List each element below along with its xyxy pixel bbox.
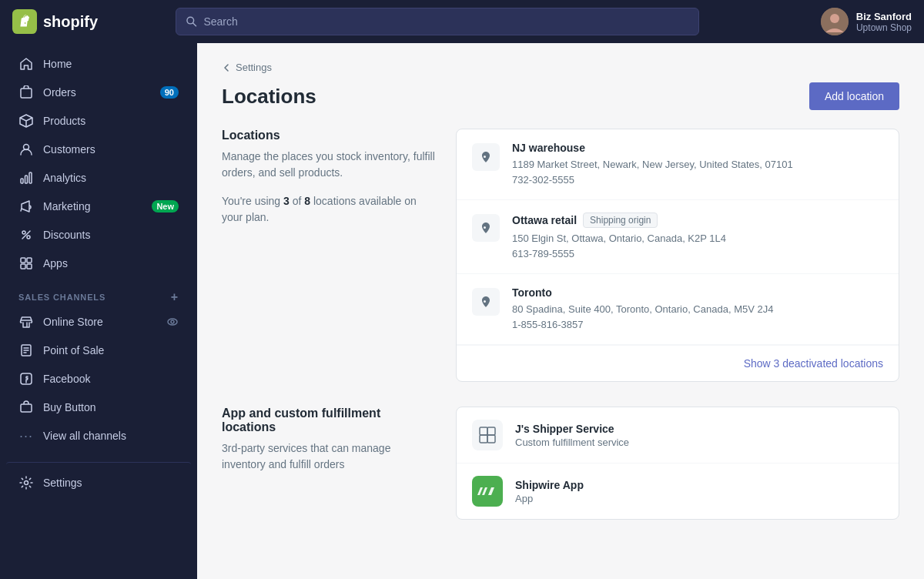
app-subtitle: App bbox=[515, 493, 584, 504]
sidebar-item-label: Buy Button bbox=[43, 401, 179, 413]
location-name: Ottawa retail bbox=[512, 214, 577, 226]
apps-icon bbox=[18, 256, 34, 271]
search-input[interactable] bbox=[203, 15, 689, 28]
analytics-icon bbox=[18, 170, 34, 186]
sales-channels-label: SALES CHANNELS + bbox=[0, 278, 197, 307]
app-subtitle: Custom fulfillment service bbox=[515, 437, 629, 448]
add-channel-icon[interactable]: + bbox=[171, 290, 179, 304]
topnav: shopify Biz Sanford Uptown Shop bbox=[0, 0, 924, 43]
sidebar-item-analytics[interactable]: Analytics bbox=[6, 164, 191, 192]
location-item-ottawa-retail[interactable]: Ottawa retail Shipping origin 150 Elgin … bbox=[457, 200, 899, 274]
ellipsis-icon: ··· bbox=[18, 428, 34, 443]
marketing-new-badge: New bbox=[152, 200, 179, 213]
svg-rect-8 bbox=[29, 172, 32, 183]
app-name: Shipwire App bbox=[515, 479, 584, 491]
user-menu[interactable]: Biz Sanford Uptown Shop bbox=[821, 8, 912, 35]
app-fulfillment-card: J's Shipper Service Custom fulfillment s… bbox=[456, 407, 899, 520]
orders-icon bbox=[18, 85, 34, 100]
sidebar-item-home[interactable]: Home bbox=[6, 50, 191, 78]
location-name: Toronto bbox=[512, 286, 552, 299]
locations-section-title: Locations bbox=[222, 129, 437, 142]
sidebar-item-label: Home bbox=[43, 58, 179, 70]
sidebar-item-view-all-channels[interactable]: ··· View all channels bbox=[6, 422, 191, 450]
app-icon-custom bbox=[472, 420, 503, 450]
sidebar-item-customers[interactable]: Customers bbox=[6, 136, 191, 163]
svg-rect-21 bbox=[480, 427, 487, 435]
discounts-icon bbox=[18, 227, 34, 243]
location-details: Toronto 80 Spadina, Suite 400, Toronto, … bbox=[512, 286, 883, 332]
svg-point-10 bbox=[27, 236, 30, 239]
orders-badge: 90 bbox=[160, 86, 179, 99]
svg-point-9 bbox=[22, 231, 25, 234]
sidebar: Home Orders 90 Products Customers bbox=[0, 43, 197, 579]
sidebar-item-label: Settings bbox=[43, 477, 179, 489]
sidebar-item-label: Products bbox=[43, 115, 179, 127]
location-name: NJ warehouse bbox=[512, 142, 585, 154]
breadcrumb[interactable]: Settings bbox=[222, 62, 899, 73]
sidebar-item-label: Customers bbox=[43, 143, 179, 156]
sidebar-item-settings[interactable]: Settings bbox=[6, 462, 191, 497]
sidebar-item-label: View all channels bbox=[43, 430, 179, 442]
show-deactivated-link[interactable]: Show 3 deactivated locations bbox=[744, 357, 883, 370]
breadcrumb-text: Settings bbox=[236, 62, 272, 73]
location-pin-icon bbox=[472, 214, 500, 242]
sidebar-item-facebook[interactable]: Facebook bbox=[6, 365, 191, 393]
svg-rect-12 bbox=[27, 258, 32, 263]
sidebar-item-label: Analytics bbox=[43, 172, 179, 184]
location-address: 80 Spadina, Suite 400, Toronto, Ontario,… bbox=[512, 302, 883, 332]
avatar bbox=[821, 8, 849, 35]
show-deactivated[interactable]: Show 3 deactivated locations bbox=[457, 345, 899, 381]
svg-rect-7 bbox=[25, 176, 28, 183]
sidebar-item-products[interactable]: Products bbox=[6, 107, 191, 135]
user-shop: Uptown Shop bbox=[856, 22, 912, 33]
svg-rect-4 bbox=[21, 89, 32, 98]
shipwire-app-icon bbox=[472, 476, 503, 507]
location-details: NJ warehouse 1189 Market Street, Newark,… bbox=[512, 142, 883, 187]
sidebar-item-point-of-sale[interactable]: Point of Sale bbox=[6, 336, 191, 364]
buy-button-icon bbox=[18, 400, 34, 415]
sidebar-item-buy-button[interactable]: Buy Button bbox=[6, 393, 191, 421]
user-info: Biz Sanford Uptown Shop bbox=[856, 11, 912, 33]
svg-point-3 bbox=[830, 14, 839, 23]
app-section: App and custom fulfillment locations 3rd… bbox=[222, 407, 899, 520]
sidebar-item-discounts[interactable]: Discounts bbox=[6, 221, 191, 249]
page-title: Locations bbox=[222, 85, 316, 109]
location-pin-icon bbox=[472, 288, 500, 316]
sidebar-item-label: Marketing bbox=[43, 200, 142, 213]
sidebar-item-apps[interactable]: Apps bbox=[6, 249, 191, 277]
locations-section: Locations Manage the places you stock in… bbox=[222, 129, 899, 382]
svg-point-15 bbox=[168, 319, 177, 325]
logo-text: shopify bbox=[43, 13, 98, 31]
eye-icon[interactable] bbox=[166, 316, 179, 328]
sidebar-item-orders[interactable]: Orders 90 bbox=[6, 79, 191, 106]
sidebar-item-label: Online Store bbox=[43, 316, 157, 328]
svg-point-16 bbox=[171, 320, 174, 323]
customers-icon bbox=[18, 142, 34, 157]
facebook-icon bbox=[18, 371, 34, 387]
logo[interactable]: shopify bbox=[12, 9, 166, 34]
location-item-toronto[interactable]: Toronto 80 Spadina, Suite 400, Toronto, … bbox=[457, 274, 899, 345]
sidebar-item-label: Discounts bbox=[43, 229, 179, 241]
app-item-shipwire[interactable]: Shipwire App App bbox=[457, 464, 899, 519]
add-location-button[interactable]: Add location bbox=[809, 82, 899, 110]
svg-rect-24 bbox=[487, 435, 495, 443]
settings-icon bbox=[18, 475, 34, 490]
location-address: 1189 Market Street, Newark, New Jersey, … bbox=[512, 157, 883, 187]
svg-rect-19 bbox=[21, 404, 32, 412]
app-item-js-shipper[interactable]: J's Shipper Service Custom fulfillment s… bbox=[457, 407, 899, 464]
search-bar[interactable] bbox=[176, 8, 699, 35]
products-icon bbox=[18, 113, 34, 129]
location-pin-icon bbox=[472, 143, 500, 171]
app-section-desc: 3rd-party services that can manage inven… bbox=[222, 440, 437, 473]
svg-point-20 bbox=[25, 481, 28, 485]
location-item-nj-warehouse[interactable]: NJ warehouse 1189 Market Street, Newark,… bbox=[457, 129, 899, 200]
sidebar-item-label: Apps bbox=[43, 257, 179, 269]
sidebar-item-label: Facebook bbox=[43, 373, 179, 385]
sidebar-item-online-store[interactable]: Online Store bbox=[6, 308, 191, 336]
store-icon bbox=[18, 314, 34, 330]
sidebar-item-marketing[interactable]: Marketing New bbox=[6, 192, 191, 220]
app-details: J's Shipper Service Custom fulfillment s… bbox=[515, 423, 629, 448]
sidebar-item-label: Point of Sale bbox=[43, 344, 179, 356]
locations-description: Locations Manage the places you stock in… bbox=[222, 129, 437, 382]
shipping-origin-badge: Shipping origin bbox=[583, 213, 658, 228]
